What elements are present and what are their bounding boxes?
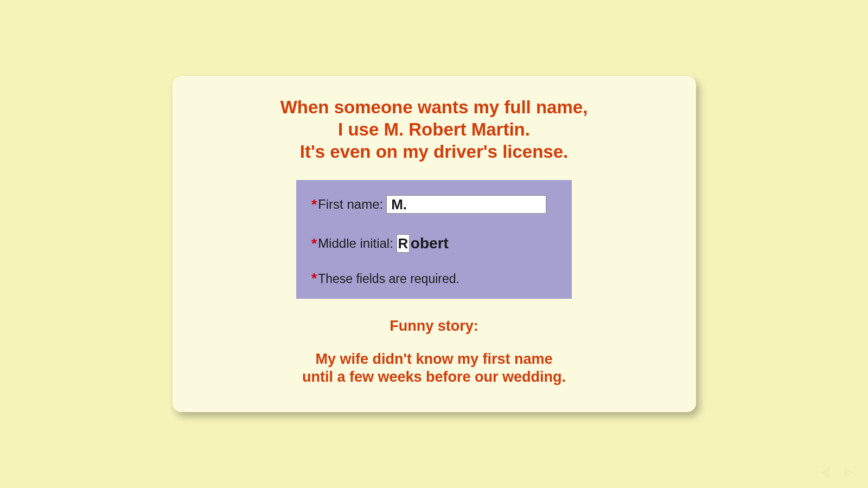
required-star-icon: * bbox=[311, 235, 317, 252]
middle-initial-wrap: obert bbox=[397, 234, 449, 253]
required-note-row: *These fields are required. bbox=[311, 270, 557, 287]
nav-arrows bbox=[820, 466, 854, 478]
headline-line: It's even on my driver's license. bbox=[194, 141, 674, 163]
prev-slide-icon[interactable] bbox=[820, 466, 830, 478]
required-note-text: These fields are required. bbox=[318, 272, 459, 286]
first-name-row: * First name: bbox=[311, 195, 557, 214]
headline-line: I use M. Robert Martin. bbox=[194, 119, 674, 141]
middle-initial-overflow-text: obert bbox=[411, 235, 449, 252]
middle-initial-label: Middle initial: bbox=[318, 236, 393, 251]
slide-card: When someone wants my full name, I use M… bbox=[173, 76, 696, 413]
middle-initial-input[interactable] bbox=[397, 234, 410, 253]
footer-line: until a few weeks before our wedding. bbox=[194, 368, 674, 386]
headline-line: When someone wants my full name, bbox=[194, 97, 674, 119]
next-slide-icon[interactable] bbox=[844, 466, 854, 478]
middle-initial-row: * Middle initial: obert bbox=[311, 234, 557, 253]
required-star-icon: * bbox=[311, 270, 317, 286]
headline-block: When someone wants my full name, I use M… bbox=[194, 97, 674, 163]
first-name-label: First name: bbox=[318, 197, 383, 212]
first-name-input[interactable] bbox=[386, 195, 546, 214]
required-star-icon: * bbox=[311, 196, 317, 213]
footer-block: Funny story: My wife didn't know my firs… bbox=[194, 317, 674, 386]
form-panel: * First name: * Middle initial: obert *T… bbox=[296, 180, 572, 299]
footer-intro: Funny story: bbox=[194, 317, 674, 335]
footer-line: My wife didn't know my first name bbox=[194, 350, 674, 368]
